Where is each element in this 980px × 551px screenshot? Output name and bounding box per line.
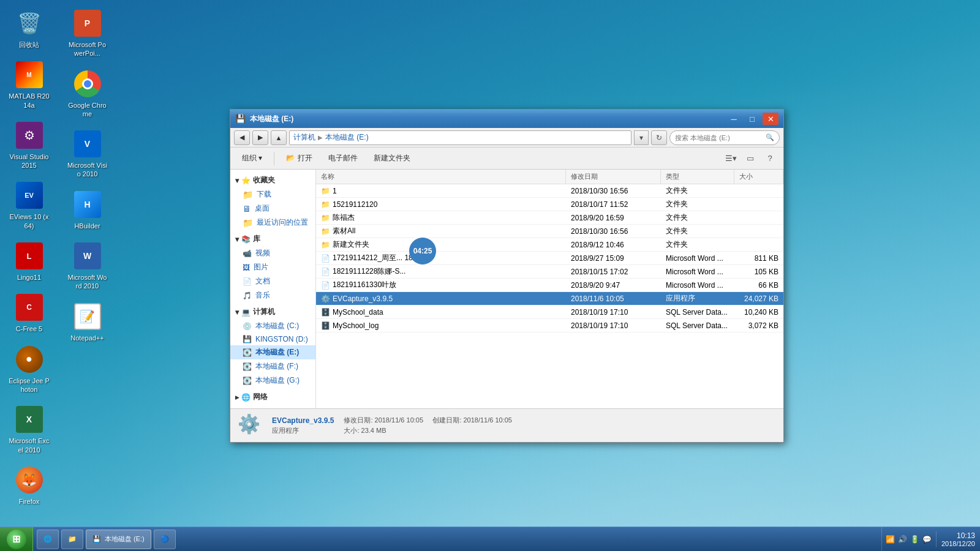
sidebar-drive-c[interactable]: 💿 本地磁盘 (C:) bbox=[230, 319, 315, 333]
drive-e-icon: 💽 bbox=[243, 348, 252, 357]
desktop-icon-ppt[interactable]: P Microsoft PowerPoi... bbox=[64, 6, 110, 61]
open-button[interactable]: 📂 打开 bbox=[279, 150, 318, 167]
forward-button[interactable]: ▶ bbox=[252, 130, 268, 145]
title-bar-icon: 💾 bbox=[235, 114, 245, 124]
minimize-button[interactable]: ─ bbox=[726, 113, 742, 125]
computer-crumb[interactable]: 计算机 bbox=[293, 132, 315, 143]
maximize-button[interactable]: □ bbox=[744, 113, 760, 125]
sidebar-item-music[interactable]: 🎵 音乐 bbox=[230, 288, 315, 302]
table-row[interactable]: 📁 新建文件夹 2018/9/12 10:46 文件夹 bbox=[316, 238, 783, 252]
taskbar-active-explorer[interactable]: 💾 本地磁盘 (E:) bbox=[86, 530, 151, 549]
sidebar-item-docs[interactable]: 📄 文档 bbox=[230, 274, 315, 288]
sidebar-drive-e[interactable]: 💽 本地磁盘 (E:) bbox=[230, 345, 315, 359]
column-header-name[interactable]: 名称 bbox=[316, 170, 566, 184]
close-button[interactable]: ✕ bbox=[763, 113, 778, 125]
vs-label: Visual Studio 2015 bbox=[9, 152, 50, 170]
table-row[interactable]: 📁 陈福杰 2018/9/20 16:59 文件夹 bbox=[316, 211, 783, 225]
computer-label: 计算机 bbox=[253, 307, 275, 317]
file-icon: ⚙️ bbox=[321, 294, 330, 303]
desktop-icon-chrome[interactable]: Google Chrome bbox=[64, 67, 110, 121]
status-file-icon: ⚙️ bbox=[238, 413, 262, 438]
file-cell-size bbox=[734, 244, 783, 246]
sidebar-favorites-header[interactable]: ▾ ⭐ 收藏夹 bbox=[230, 173, 315, 187]
desktop-icon-notepad[interactable]: 📝 Notepad++ bbox=[64, 299, 110, 345]
status-size-label: 大小: bbox=[344, 427, 359, 434]
sidebar-computer-header[interactable]: ▾ 💻 计算机 bbox=[230, 305, 315, 319]
content-area: ▾ ⭐ 收藏夹 📁 下载 🖥 桌面 📁 最近访问的位置 bbox=[230, 170, 783, 408]
help-button[interactable]: ? bbox=[761, 151, 778, 166]
column-header-date[interactable]: 修改日期 bbox=[566, 170, 661, 184]
table-row[interactable]: 📄 182191161330叶放 2018/9/20 9:47 Microsof… bbox=[316, 279, 783, 292]
address-path[interactable]: 计算机 ▶ 本地磁盘 (E:) bbox=[289, 130, 631, 145]
file-name-text: 陈福杰 bbox=[333, 212, 355, 223]
refresh-button[interactable]: ↻ bbox=[651, 130, 667, 145]
taskbar-items: 🌐 📁 💾 本地磁盘 (E:) 🔵 bbox=[33, 527, 881, 551]
sidebar-item-download[interactable]: 📁 下载 bbox=[230, 187, 315, 201]
network-label: 网络 bbox=[253, 392, 268, 402]
file-name-text: 18219111228陈娜-S... bbox=[333, 266, 405, 277]
search-input[interactable] bbox=[675, 134, 763, 141]
desktop-icon-cfree[interactable]: C C-Free 5 bbox=[6, 290, 52, 335]
desktop-icon-recycle[interactable]: 🗑️ 回收站 bbox=[6, 6, 52, 51]
desktop-icon-hbuilder[interactable]: H HBuilder bbox=[64, 187, 110, 233]
firefox-label: Firefox bbox=[19, 497, 40, 506]
table-row[interactable]: 🗄️ MySchool_data 2018/10/19 17:10 SQL Se… bbox=[316, 305, 783, 319]
desktop-icon-eviews[interactable]: EV EViews 10 (x64) bbox=[6, 178, 52, 233]
taskbar-clock[interactable]: 10:13 2018/12/20 bbox=[936, 531, 980, 547]
desktop-icon-visio[interactable]: V Microsoft Visio 2010 bbox=[64, 127, 110, 181]
docs-icon: 📄 bbox=[243, 277, 252, 286]
table-row[interactable]: 📁 素材All 2018/10/30 16:56 文件夹 bbox=[316, 225, 783, 238]
sidebar-drive-d[interactable]: 💾 KINGSTON (D:) bbox=[230, 333, 315, 345]
desktop-icon-firefox[interactable]: 🦊 Firefox bbox=[6, 463, 52, 508]
sidebar-item-picture[interactable]: 🖼 图片 bbox=[230, 260, 315, 274]
file-cell-type: 文件夹 bbox=[661, 184, 734, 197]
taskbar-explorer[interactable]: 📁 bbox=[61, 530, 83, 549]
file-cell-name: 📁 新建文件夹 bbox=[316, 238, 566, 251]
up-button[interactable]: ▲ bbox=[271, 130, 287, 145]
video-icon: 📹 bbox=[243, 249, 252, 258]
title-bar: 💾 本地磁盘 (E:) ─ □ ✕ bbox=[230, 110, 783, 128]
drive-crumb[interactable]: 本地磁盘 (E:) bbox=[325, 132, 369, 143]
sidebar-item-video[interactable]: 📹 视频 bbox=[230, 246, 315, 260]
sidebar-item-recent[interactable]: 📁 最近访问的位置 bbox=[230, 216, 315, 230]
desktop-icon-eclipse[interactable]: ● Eclipse Jee Photon bbox=[6, 342, 52, 397]
desktop-folder-icon: 🖥 bbox=[243, 204, 251, 214]
table-row[interactable]: 📄 17219114212_周至... 18-9-20 2018/9/27 15… bbox=[316, 252, 783, 265]
desktop-icon-lingo[interactable]: L Lingo11 bbox=[6, 239, 52, 284]
recycle-bin-label: 回收站 bbox=[19, 40, 39, 49]
table-row[interactable]: ⚙️ EVCapture_v3.9.5 2018/11/6 10:05 应用程序… bbox=[316, 292, 783, 305]
organize-button[interactable]: 组织 ▾ bbox=[235, 150, 269, 167]
file-cell-name: 📁 素材All bbox=[316, 225, 566, 238]
status-created-value: 2018/11/6 10:05 bbox=[463, 416, 512, 424]
table-row[interactable]: 📁 15219112120 2018/10/17 11:52 文件夹 bbox=[316, 198, 783, 211]
network-icon: 🌐 bbox=[241, 393, 251, 402]
desktop-icon-excel[interactable]: X Microsoft Excel 2010 bbox=[6, 402, 52, 457]
word-icon: W bbox=[73, 241, 102, 271]
column-header-size[interactable]: 大小 bbox=[734, 170, 783, 184]
drive-d-label: KINGSTON (D:) bbox=[255, 335, 308, 343]
sidebar-drive-g[interactable]: 💽 本地磁盘 (G:) bbox=[230, 373, 315, 388]
table-row[interactable]: 📁 1 2018/10/30 16:56 文件夹 bbox=[316, 184, 783, 198]
table-row[interactable]: 🗄️ MySchool_log 2018/10/19 17:10 SQL Ser… bbox=[316, 319, 783, 332]
address-dropdown[interactable]: ▾ bbox=[634, 130, 649, 145]
sidebar-library-header[interactable]: ▾ 📚 库 bbox=[230, 232, 315, 246]
sidebar-drive-f[interactable]: 💽 本地磁盘 (F:) bbox=[230, 359, 315, 373]
drive-g-icon: 💽 bbox=[243, 377, 252, 385]
email-button[interactable]: 电子邮件 bbox=[322, 150, 364, 167]
taskbar-ie[interactable]: 🌐 bbox=[37, 530, 59, 549]
search-box[interactable]: 🔍 bbox=[669, 130, 780, 145]
sidebar-item-desktop[interactable]: 🖥 桌面 bbox=[230, 201, 315, 216]
sidebar-network-header[interactable]: ▸ 🌐 网络 bbox=[230, 390, 315, 404]
table-row[interactable]: 📄 18219111228陈娜-S... 2018/10/15 17:02 Mi… bbox=[316, 265, 783, 279]
desktop-icon-vs[interactable]: ⚙ Visual Studio 2015 bbox=[6, 118, 52, 173]
view-options-button[interactable]: ☰▾ bbox=[722, 151, 739, 166]
back-button[interactable]: ◀ bbox=[234, 130, 250, 145]
desktop-icon-word[interactable]: W Microsoft Word 2010 bbox=[64, 239, 110, 293]
taskbar-chrome[interactable]: 🔵 bbox=[154, 530, 176, 549]
start-button[interactable]: ⊞ bbox=[0, 527, 33, 552]
column-header-type[interactable]: 类型 bbox=[661, 170, 734, 184]
desktop-icon-matlab[interactable]: M MATLAB R2014a bbox=[6, 58, 52, 112]
new-folder-button[interactable]: 新建文件夹 bbox=[367, 150, 417, 167]
preview-button[interactable]: ▭ bbox=[742, 151, 759, 166]
taskbar-active-icon: 💾 bbox=[92, 535, 101, 543]
